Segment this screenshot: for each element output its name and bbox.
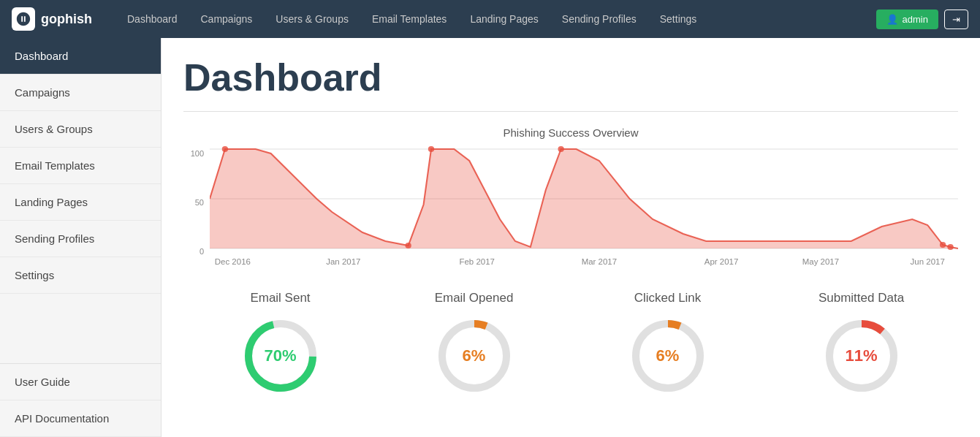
stat-submitted-data: Submitted Data 11% [764, 291, 958, 396]
x-label-mar2017: Mar 2017 [582, 257, 617, 266]
nav-users-groups[interactable]: Users & Groups [264, 0, 360, 38]
divider [183, 111, 958, 112]
chart-wrap: 100 50 0 [183, 146, 958, 273]
svg-point-8 [947, 244, 953, 250]
nav-sending-profiles[interactable]: Sending Profiles [550, 0, 648, 38]
donut-value-email-opened: 6% [463, 346, 486, 365]
sidebar-item-settings[interactable]: Settings [0, 257, 161, 294]
sidebar-item-user-guide[interactable]: User Guide [0, 364, 161, 400]
logo-text: gophish [41, 12, 92, 27]
svg-point-5 [558, 146, 563, 152]
sidebar-item-campaigns[interactable]: Campaigns [0, 75, 161, 111]
svg-point-4 [428, 146, 434, 152]
donut-value-submitted-data: 11% [845, 346, 877, 365]
admin-label: admin [903, 14, 928, 25]
sidebar-item-api-docs[interactable]: API Documentation [0, 400, 161, 437]
chart-container: Phishing Success Overview 100 50 0 [183, 126, 958, 273]
chart-svg-area: Dec 2016 Jan 2017 Feb 2017 Mar 2017 Apr … [210, 146, 958, 273]
donut-value-email-sent: 70% [264, 346, 296, 365]
logout-button[interactable]: ⇥ [944, 10, 968, 29]
sidebar-bottom: User Guide API Documentation [0, 363, 161, 437]
chart-title: Phishing Success Overview [183, 126, 958, 139]
user-icon: 👤 [886, 14, 898, 25]
nav-dashboard[interactable]: Dashboard [115, 0, 189, 38]
x-label-jan2017: Jan 2017 [326, 257, 360, 266]
stat-label-submitted-data: Submitted Data [818, 291, 904, 305]
svg-point-7 [940, 242, 946, 248]
donut-value-clicked-link: 6% [656, 346, 680, 365]
stat-label-email-opened: Email Opened [435, 291, 514, 305]
y-label-50: 50 [195, 198, 204, 207]
x-label-feb2017: Feb 2017 [459, 257, 495, 266]
main-area: Dashboard Campaigns Users & Groups Email… [0, 38, 980, 437]
sidebar-item-dashboard[interactable]: Dashboard [0, 38, 161, 75]
sidebar-item-landing-pages[interactable]: Landing Pages [0, 184, 161, 221]
donut-email-opened: 6% [434, 316, 514, 396]
nav-links: Dashboard Campaigns Users & Groups Email… [115, 0, 876, 38]
x-label-apr2017: Apr 2017 [704, 257, 739, 266]
sidebar-item-users-groups[interactable]: Users & Groups [0, 111, 161, 148]
donut-clicked-link: 6% [628, 316, 708, 396]
nav-email-templates[interactable]: Email Templates [360, 0, 458, 38]
svg-point-3 [222, 146, 228, 152]
stat-email-opened: Email Opened 6% [377, 291, 571, 396]
donut-submitted-data: 11% [821, 316, 902, 396]
sidebar-item-sending-profiles[interactable]: Sending Profiles [0, 221, 161, 257]
stats-row: Email Sent 70% Email Opened [183, 291, 958, 396]
chart-svg: Dec 2016 Jan 2017 Feb 2017 Mar 2017 Apr … [210, 146, 958, 270]
logo-icon [12, 7, 35, 31]
stat-label-clicked-link: Clicked Link [634, 291, 702, 305]
nav-settings[interactable]: Settings [648, 0, 709, 38]
nav-landing-pages[interactable]: Landing Pages [458, 0, 550, 38]
x-label-dec2016: Dec 2016 [215, 257, 251, 266]
y-label-0: 0 [200, 247, 204, 256]
x-label-jun2017: Jun 2017 [911, 257, 945, 266]
donut-email-sent: 70% [240, 316, 321, 396]
nav-right: 👤 admin ⇥ [876, 10, 968, 29]
stat-label-email-sent: Email Sent [250, 291, 310, 305]
stat-email-sent: Email Sent 70% [183, 291, 377, 396]
sidebar-item-email-templates[interactable]: Email Templates [0, 148, 161, 184]
y-label-100: 100 [191, 149, 204, 158]
logo-area: gophish [12, 7, 92, 31]
admin-button[interactable]: 👤 admin [876, 10, 938, 29]
page-title: Dashboard [183, 56, 958, 99]
x-label-may2017: May 2017 [802, 257, 839, 266]
content-area: Dashboard Phishing Success Overview 100 … [162, 38, 980, 437]
svg-point-6 [405, 243, 411, 248]
stat-clicked-link: Clicked Link 6% [571, 291, 764, 396]
top-navbar: gophish Dashboard Campaigns Users & Grou… [0, 0, 980, 38]
sidebar: Dashboard Campaigns Users & Groups Email… [0, 38, 162, 437]
nav-campaigns[interactable]: Campaigns [189, 0, 265, 38]
